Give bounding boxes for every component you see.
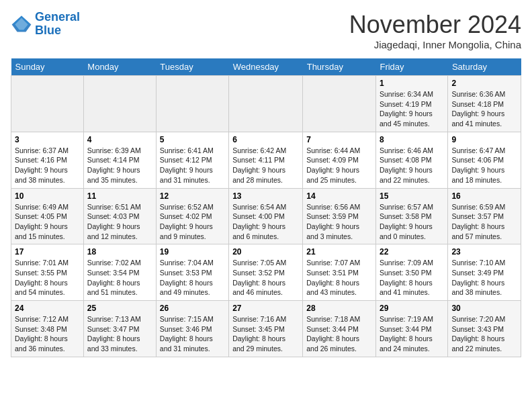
day-number: 27: [232, 304, 299, 313]
day-number: 5: [160, 135, 225, 144]
calendar-header-row: SundayMondayTuesdayWednesdayThursdayFrid…: [11, 58, 521, 76]
calendar-day-cell: 14Sunrise: 6:56 AM Sunset: 3:59 PM Dayli…: [303, 188, 376, 244]
day-number: 2: [451, 79, 517, 88]
calendar-day-cell: 4Sunrise: 6:39 AM Sunset: 4:14 PM Daylig…: [83, 132, 156, 188]
calendar-day-cell: 2Sunrise: 6:36 AM Sunset: 4:18 PM Daylig…: [448, 76, 521, 132]
day-info: Sunrise: 7:02 AM Sunset: 3:54 PM Dayligh…: [87, 258, 152, 298]
calendar-day-cell: 3Sunrise: 6:37 AM Sunset: 4:16 PM Daylig…: [11, 132, 84, 188]
day-of-week-header: Sunday: [11, 58, 84, 76]
calendar-day-cell: 9Sunrise: 6:47 AM Sunset: 4:06 PM Daylig…: [448, 132, 521, 188]
day-of-week-header: Friday: [375, 58, 447, 76]
calendar-day-cell: 21Sunrise: 7:07 AM Sunset: 3:51 PM Dayli…: [303, 244, 376, 301]
day-info: Sunrise: 7:19 AM Sunset: 3:44 PM Dayligh…: [380, 314, 444, 354]
day-info: Sunrise: 7:10 AM Sunset: 3:49 PM Dayligh…: [451, 258, 517, 298]
day-number: 26: [160, 304, 225, 313]
calendar-day-cell: 20Sunrise: 7:05 AM Sunset: 3:52 PM Dayli…: [229, 244, 303, 301]
calendar-week-row: 10Sunrise: 6:49 AM Sunset: 4:05 PM Dayli…: [11, 188, 521, 244]
day-number: 18: [87, 247, 152, 257]
day-number: 7: [306, 135, 372, 144]
calendar-day-cell: 11Sunrise: 6:51 AM Sunset: 4:03 PM Dayli…: [83, 188, 156, 244]
day-number: 11: [87, 191, 152, 201]
day-info: Sunrise: 7:12 AM Sunset: 3:48 PM Dayligh…: [15, 314, 80, 354]
day-info: Sunrise: 7:13 AM Sunset: 3:47 PM Dayligh…: [87, 314, 152, 354]
day-number: 14: [306, 191, 372, 201]
logo: General Blue: [11, 11, 80, 38]
day-info: Sunrise: 6:37 AM Sunset: 4:16 PM Dayligh…: [15, 146, 80, 185]
calendar-day-cell: [229, 76, 303, 132]
day-number: 8: [380, 135, 444, 144]
calendar-day-cell: [156, 76, 228, 132]
day-number: 24: [15, 304, 80, 313]
day-number: 30: [451, 304, 517, 313]
day-of-week-header: Wednesday: [229, 58, 303, 76]
day-number: 25: [87, 304, 152, 313]
day-info: Sunrise: 7:07 AM Sunset: 3:51 PM Dayligh…: [306, 258, 372, 298]
day-info: Sunrise: 7:15 AM Sunset: 3:46 PM Dayligh…: [160, 314, 225, 354]
day-info: Sunrise: 7:05 AM Sunset: 3:52 PM Dayligh…: [232, 258, 299, 298]
title-area: November 2024 Jiagedaqi, Inner Mongolia,…: [349, 11, 521, 50]
day-number: 20: [232, 247, 299, 257]
calendar-day-cell: 29Sunrise: 7:19 AM Sunset: 3:44 PM Dayli…: [375, 301, 447, 357]
day-of-week-header: Thursday: [303, 58, 376, 76]
day-number: 4: [87, 135, 152, 144]
calendar-day-cell: 10Sunrise: 6:49 AM Sunset: 4:05 PM Dayli…: [11, 188, 84, 244]
day-number: 1: [380, 79, 444, 88]
day-number: 6: [232, 135, 299, 144]
day-info: Sunrise: 6:54 AM Sunset: 4:00 PM Dayligh…: [232, 202, 299, 242]
day-info: Sunrise: 6:51 AM Sunset: 4:03 PM Dayligh…: [87, 202, 152, 242]
day-number: 13: [232, 191, 299, 201]
calendar-day-cell: 24Sunrise: 7:12 AM Sunset: 3:48 PM Dayli…: [11, 301, 84, 357]
calendar-day-cell: 6Sunrise: 6:42 AM Sunset: 4:11 PM Daylig…: [229, 132, 303, 188]
day-number: 29: [380, 304, 444, 313]
calendar-day-cell: 7Sunrise: 6:44 AM Sunset: 4:09 PM Daylig…: [303, 132, 376, 188]
calendar-day-cell: 30Sunrise: 7:20 AM Sunset: 3:43 PM Dayli…: [448, 301, 521, 357]
day-info: Sunrise: 6:41 AM Sunset: 4:12 PM Dayligh…: [160, 146, 225, 185]
day-info: Sunrise: 6:44 AM Sunset: 4:09 PM Dayligh…: [306, 146, 372, 185]
day-number: 9: [451, 135, 517, 144]
calendar-day-cell: 5Sunrise: 6:41 AM Sunset: 4:12 PM Daylig…: [156, 132, 228, 188]
day-number: 21: [306, 247, 372, 257]
calendar-day-cell: 28Sunrise: 7:18 AM Sunset: 3:44 PM Dayli…: [303, 301, 376, 357]
day-number: 10: [15, 191, 80, 201]
calendar-week-row: 1Sunrise: 6:34 AM Sunset: 4:19 PM Daylig…: [11, 76, 521, 132]
day-info: Sunrise: 6:47 AM Sunset: 4:06 PM Dayligh…: [451, 146, 517, 185]
day-number: 17: [15, 247, 80, 257]
calendar-day-cell: 26Sunrise: 7:15 AM Sunset: 3:46 PM Dayli…: [156, 301, 228, 357]
day-info: Sunrise: 6:36 AM Sunset: 4:18 PM Dayligh…: [451, 89, 517, 129]
calendar-day-cell: 23Sunrise: 7:10 AM Sunset: 3:49 PM Dayli…: [448, 244, 521, 301]
day-number: 22: [380, 247, 444, 257]
calendar-week-row: 24Sunrise: 7:12 AM Sunset: 3:48 PM Dayli…: [11, 301, 521, 357]
calendar-body: 1Sunrise: 6:34 AM Sunset: 4:19 PM Daylig…: [11, 76, 521, 357]
day-info: Sunrise: 7:01 AM Sunset: 3:55 PM Dayligh…: [15, 258, 80, 298]
calendar-day-cell: 25Sunrise: 7:13 AM Sunset: 3:47 PM Dayli…: [83, 301, 156, 357]
day-info: Sunrise: 7:16 AM Sunset: 3:45 PM Dayligh…: [232, 314, 299, 354]
calendar-day-cell: 17Sunrise: 7:01 AM Sunset: 3:55 PM Dayli…: [11, 244, 84, 301]
calendar-day-cell: [83, 76, 156, 132]
day-info: Sunrise: 6:46 AM Sunset: 4:08 PM Dayligh…: [380, 146, 444, 185]
calendar-day-cell: 15Sunrise: 6:57 AM Sunset: 3:58 PM Dayli…: [375, 188, 447, 244]
calendar-day-cell: 27Sunrise: 7:16 AM Sunset: 3:45 PM Dayli…: [229, 301, 303, 357]
day-of-week-header: Saturday: [448, 58, 521, 76]
calendar-day-cell: 1Sunrise: 6:34 AM Sunset: 4:19 PM Daylig…: [375, 76, 447, 132]
day-number: 12: [160, 191, 225, 201]
day-info: Sunrise: 6:59 AM Sunset: 3:57 PM Dayligh…: [451, 202, 517, 242]
day-info: Sunrise: 6:49 AM Sunset: 4:05 PM Dayligh…: [15, 202, 80, 242]
day-info: Sunrise: 7:20 AM Sunset: 3:43 PM Dayligh…: [451, 314, 517, 354]
calendar-day-cell: 22Sunrise: 7:09 AM Sunset: 3:50 PM Dayli…: [375, 244, 447, 301]
day-info: Sunrise: 7:09 AM Sunset: 3:50 PM Dayligh…: [380, 258, 444, 298]
calendar-day-cell: 16Sunrise: 6:59 AM Sunset: 3:57 PM Dayli…: [448, 188, 521, 244]
calendar-day-cell: [11, 76, 84, 132]
day-number: 16: [451, 191, 517, 201]
day-info: Sunrise: 6:39 AM Sunset: 4:14 PM Dayligh…: [87, 146, 152, 185]
day-info: Sunrise: 7:18 AM Sunset: 3:44 PM Dayligh…: [306, 314, 372, 354]
calendar-day-cell: 18Sunrise: 7:02 AM Sunset: 3:54 PM Dayli…: [83, 244, 156, 301]
day-number: 23: [451, 247, 517, 257]
day-number: 28: [306, 304, 372, 313]
calendar-day-cell: 13Sunrise: 6:54 AM Sunset: 4:00 PM Dayli…: [229, 188, 303, 244]
day-of-week-header: Tuesday: [156, 58, 228, 76]
day-info: Sunrise: 7:04 AM Sunset: 3:53 PM Dayligh…: [160, 258, 225, 298]
day-number: 3: [15, 135, 80, 144]
day-info: Sunrise: 6:52 AM Sunset: 4:02 PM Dayligh…: [160, 202, 225, 242]
logo-text: General Blue: [35, 11, 80, 38]
calendar-day-cell: [303, 76, 376, 132]
